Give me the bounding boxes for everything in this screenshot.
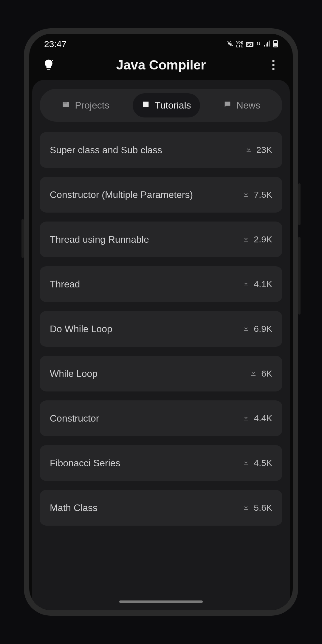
tab-label: News [236, 100, 260, 111]
data-arrows-icon [256, 41, 261, 48]
tutorials-list[interactable]: Super class and Sub class23KConstructor … [40, 132, 282, 610]
tutorials-icon [142, 100, 150, 111]
list-item[interactable]: Fibonacci Series4.5K [40, 445, 282, 481]
side-button [21, 219, 24, 258]
tab-news[interactable]: News [214, 93, 269, 117]
download-icon [242, 191, 250, 199]
tutorial-title: Constructor (Multiple Parameters) [50, 189, 193, 200]
download-info: 4.5K [242, 458, 272, 468]
download-icon [242, 504, 250, 512]
tab-label: Tutorials [155, 100, 191, 111]
download-icon [242, 235, 250, 244]
tutorial-title: Super class and Sub class [50, 145, 162, 156]
list-item[interactable]: Do While Loop6.9K [40, 311, 282, 347]
download-info: 2.9K [242, 234, 272, 244]
download-info: 4.4K [242, 413, 272, 423]
tips-button[interactable] [38, 58, 59, 72]
list-item[interactable]: Constructor (Multiple Parameters)7.5K [40, 177, 282, 213]
download-count: 23K [256, 145, 272, 155]
download-info: 6K [250, 369, 272, 379]
download-count: 4.1K [254, 279, 272, 289]
signal-icon [264, 40, 271, 48]
svg-point-3 [272, 60, 275, 62]
tutorial-title: Fibonacci Series [50, 458, 120, 469]
list-item[interactable]: Thread4.1K [40, 266, 282, 302]
home-indicator[interactable] [119, 600, 203, 603]
tutorial-title: Constructor [50, 413, 99, 424]
phone-frame: 23:47 Vo)) LTE 5G [24, 28, 298, 616]
tab-bar: Projects Tutorials News [40, 89, 282, 122]
tab-tutorials[interactable]: Tutorials [133, 93, 200, 117]
news-icon [223, 100, 232, 111]
side-button [298, 237, 301, 315]
download-info: 4.1K [242, 279, 272, 289]
download-count: 6.9K [254, 324, 272, 334]
side-button [298, 183, 301, 225]
svg-point-5 [272, 68, 275, 70]
list-item[interactable]: Math Class5.6K [40, 490, 282, 526]
app-title: Java Compiler [59, 58, 263, 72]
overflow-menu-button[interactable] [263, 60, 284, 70]
projects-icon [62, 100, 70, 111]
download-count: 2.9K [254, 234, 272, 244]
download-icon [242, 414, 250, 422]
volte-icon: Vo)) LTE [236, 40, 243, 48]
battery-icon [273, 40, 278, 49]
network-5g-badge: 5G [246, 42, 253, 47]
download-count: 6K [261, 369, 272, 379]
download-icon [242, 459, 250, 467]
tab-projects[interactable]: Projects [53, 93, 118, 117]
list-item[interactable]: While Loop6K [40, 356, 282, 391]
app-header: Java Compiler [29, 55, 293, 80]
svg-rect-2 [274, 43, 277, 47]
download-count: 7.5K [254, 190, 272, 200]
download-info: 7.5K [242, 190, 272, 200]
status-icons-group: Vo)) LTE 5G [227, 40, 278, 49]
status-bar: 23:47 Vo)) LTE 5G [29, 34, 293, 55]
download-icon [250, 369, 257, 378]
tutorial-title: Do While Loop [50, 323, 112, 335]
svg-point-4 [272, 64, 275, 66]
download-count: 4.5K [254, 458, 272, 468]
tutorial-title: Math Class [50, 502, 97, 513]
download-icon [242, 325, 250, 333]
download-icon [245, 146, 252, 154]
list-item[interactable]: Thread using Runnable2.9K [40, 222, 282, 257]
phone-screen: 23:47 Vo)) LTE 5G [29, 34, 293, 610]
tab-label: Projects [75, 100, 109, 111]
content-panel: Projects Tutorials News Super class and … [32, 80, 290, 610]
list-item[interactable]: Constructor4.4K [40, 400, 282, 436]
mute-icon [227, 40, 234, 48]
download-icon [242, 280, 250, 288]
download-count: 5.6K [254, 503, 272, 513]
tutorial-title: Thread [50, 279, 80, 290]
status-time: 23:47 [44, 39, 66, 49]
download-count: 4.4K [254, 413, 272, 423]
tutorial-title: While Loop [50, 368, 97, 379]
tutorial-title: Thread using Runnable [50, 234, 149, 245]
download-info: 23K [245, 145, 272, 155]
download-info: 5.6K [242, 503, 272, 513]
list-item[interactable]: Super class and Sub class23K [40, 132, 282, 168]
download-info: 6.9K [242, 324, 272, 334]
